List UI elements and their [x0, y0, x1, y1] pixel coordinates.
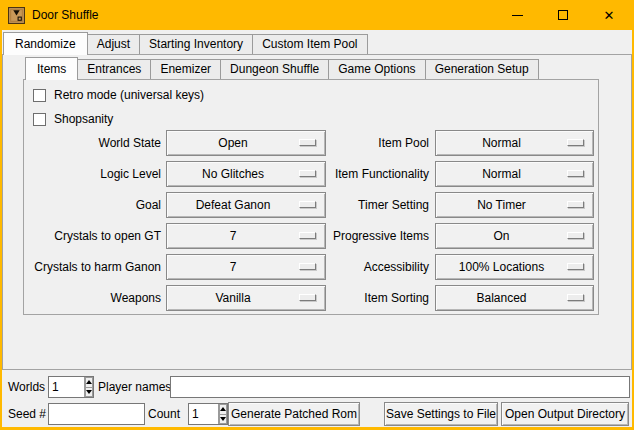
player-names-label: Player names [98, 376, 171, 398]
worlds-spin-arrows [84, 377, 93, 397]
world-state-value: Open [218, 136, 247, 150]
save-settings-button[interactable]: Save Settings to File [384, 402, 498, 426]
goal-label: Goal [24, 192, 166, 218]
accessibility-value: 100% Locations [459, 260, 544, 274]
dropdown-indicator-icon [299, 170, 316, 177]
item-pool-dropdown[interactable]: Normal [435, 130, 594, 156]
item-sorting-dropdown[interactable]: Balanced [435, 285, 594, 311]
seed-input[interactable] [48, 403, 145, 425]
item-pool-label: Item Pool [326, 130, 435, 156]
item-pool-value: Normal [482, 136, 521, 150]
subtab-game-options[interactable]: Game Options [328, 59, 425, 79]
retro-mode-checkbox[interactable] [33, 89, 46, 102]
dropdown-indicator-icon [299, 201, 316, 208]
randomize-pane: Items Entrances Enemizer Dungeon Shuffle… [2, 54, 632, 370]
maximize-icon [558, 10, 568, 20]
dropdown-indicator-icon [299, 139, 316, 146]
goal-value: Defeat Ganon [196, 198, 271, 212]
close-button[interactable]: ✕ [586, 0, 632, 30]
timer-setting-dropdown[interactable]: No Timer [435, 192, 594, 218]
accessibility-label: Accessibility [326, 254, 435, 280]
logic-level-dropdown[interactable]: No Glitches [166, 161, 326, 187]
window-title: Door Shuffle [32, 8, 99, 22]
item-sorting-value: Balanced [476, 291, 526, 305]
items-pane: Retro mode (universal keys) Shopsanity W… [23, 79, 599, 315]
subtab-entrances[interactable]: Entrances [77, 59, 151, 79]
count-spinbox[interactable] [188, 403, 228, 425]
worlds-spinbox[interactable] [48, 376, 94, 398]
goal-dropdown[interactable]: Defeat Ganon [166, 192, 326, 218]
retro-mode-option[interactable]: Retro mode (universal keys) [33, 87, 204, 103]
dropdown-indicator-icon [567, 170, 584, 177]
sub-tabbar: Items Entrances Enemizer Dungeon Shuffle… [25, 57, 539, 80]
progressive-items-label: Progressive Items [326, 223, 435, 249]
crystals-gt-value: 7 [230, 229, 237, 243]
up-triangle-icon [220, 407, 226, 411]
dropdown-indicator-icon [299, 232, 316, 239]
shopsanity-label: Shopsanity [54, 112, 113, 126]
dropdown-indicator-icon [299, 294, 316, 301]
world-state-label: World State [24, 130, 166, 156]
client-area: Randomize Adjust Starting Inventory Cust… [2, 30, 632, 427]
timer-setting-value: No Timer [477, 198, 526, 212]
accessibility-dropdown[interactable]: 100% Locations [435, 254, 594, 280]
close-icon: ✕ [604, 9, 615, 22]
crystals-ganon-dropdown[interactable]: 7 [166, 254, 326, 280]
minimize-button[interactable] [494, 0, 540, 30]
dropdown-indicator-icon [567, 263, 584, 270]
weapons-dropdown[interactable]: Vanilla [166, 285, 326, 311]
item-sorting-label: Item Sorting [326, 285, 435, 311]
logic-level-value: No Glitches [202, 167, 264, 181]
timer-setting-label: Timer Setting [326, 192, 435, 218]
dropdown-indicator-icon [299, 263, 316, 270]
retro-mode-label: Retro mode (universal keys) [54, 88, 204, 102]
worlds-input[interactable] [49, 377, 84, 397]
worlds-spin-down-button[interactable] [85, 387, 93, 398]
count-spin-up-button[interactable] [219, 404, 227, 414]
crystals-gt-dropdown[interactable]: 7 [166, 223, 326, 249]
item-functionality-label: Item Functionality [326, 161, 435, 187]
shopsanity-option[interactable]: Shopsanity [33, 111, 113, 127]
weapons-value: Vanilla [215, 291, 250, 305]
up-triangle-icon [86, 380, 92, 384]
window-controls: ✕ [494, 0, 632, 30]
item-functionality-value: Normal [482, 167, 521, 181]
subtab-items[interactable]: Items [25, 57, 78, 80]
count-label: Count [148, 403, 180, 425]
tab-custom-item-pool[interactable]: Custom Item Pool [252, 34, 367, 54]
weapons-label: Weapons [24, 285, 166, 311]
tab-randomize[interactable]: Randomize [3, 32, 88, 55]
minimize-icon [512, 15, 523, 16]
dropdown-indicator-icon [567, 139, 584, 146]
dropdown-indicator-icon [567, 232, 584, 239]
open-output-directory-button[interactable]: Open Output Directory [501, 402, 629, 426]
count-spin-arrows [218, 404, 227, 424]
count-spin-down-button[interactable] [219, 414, 227, 425]
progressive-items-dropdown[interactable]: On [435, 223, 594, 249]
player-names-input[interactable] [170, 376, 630, 398]
maximize-button[interactable] [540, 0, 586, 30]
crystals-ganon-label: Crystals to harm Ganon [24, 254, 166, 280]
titlebar: Door Shuffle ✕ [0, 0, 634, 30]
down-triangle-icon [86, 390, 92, 394]
down-triangle-icon [220, 417, 226, 421]
dropdown-indicator-icon [567, 294, 584, 301]
seed-label: Seed # [8, 403, 46, 425]
progressive-items-value: On [493, 229, 509, 243]
crystals-gt-label: Crystals to open GT [24, 223, 166, 249]
door-icon [8, 7, 25, 24]
tab-adjust[interactable]: Adjust [87, 34, 140, 54]
dropdown-indicator-icon [567, 201, 584, 208]
world-state-dropdown[interactable]: Open [166, 130, 326, 156]
generate-patched-rom-button[interactable]: Generate Patched Rom [228, 402, 360, 426]
tab-starting-inventory[interactable]: Starting Inventory [139, 34, 253, 54]
shopsanity-checkbox[interactable] [33, 113, 46, 126]
worlds-spin-up-button[interactable] [85, 377, 93, 387]
subtab-enemizer[interactable]: Enemizer [150, 59, 221, 79]
main-tabbar: Randomize Adjust Starting Inventory Cust… [3, 32, 368, 55]
app-window: Door Shuffle ✕ Randomize Adjust Starting… [0, 0, 634, 430]
subtab-generation-setup[interactable]: Generation Setup [425, 59, 539, 79]
subtab-dungeon-shuffle[interactable]: Dungeon Shuffle [220, 59, 329, 79]
item-functionality-dropdown[interactable]: Normal [435, 161, 594, 187]
count-input[interactable] [189, 404, 218, 424]
